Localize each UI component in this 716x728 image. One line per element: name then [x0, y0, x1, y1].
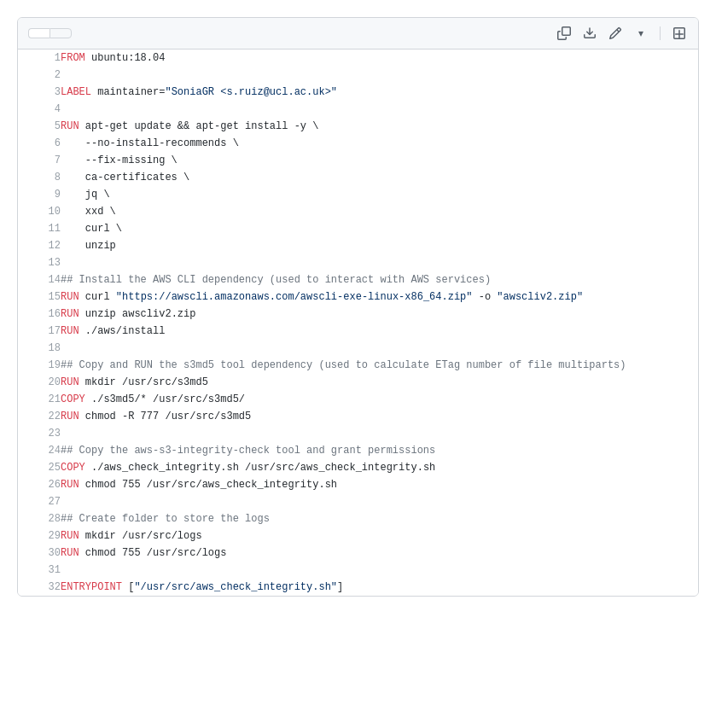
table-row: 7 --fix-missing \ [18, 152, 698, 169]
table-row: 3LABEL maintainer="SoniaGR <s.ruiz@ucl.a… [18, 84, 698, 101]
line-code: RUN curl "https://awscli.amazonaws.com/a… [61, 288, 698, 306]
line-number: 18 [18, 340, 61, 357]
line-code: RUN ./aws/install [61, 323, 698, 340]
line-number: 28 [18, 510, 61, 527]
code-viewer: ▾ 1FROM ubuntu:18.042 3LABEL maintainer=… [17, 17, 699, 597]
table-row: 23 [18, 425, 698, 442]
line-number: 29 [18, 527, 61, 545]
line-number: 13 [18, 254, 61, 271]
line-number: 10 [18, 203, 61, 220]
divider [660, 26, 661, 40]
table-row: 16RUN unzip awscliv2.zip [18, 306, 698, 323]
table-row: 2 [18, 67, 698, 84]
line-code: ## Copy the aws-s3-integrity-check tool … [61, 442, 698, 459]
line-code: ## Copy and RUN the s3md5 tool dependenc… [61, 357, 698, 374]
line-code: RUN chmod -R 777 /usr/src/s3md5 [61, 408, 698, 425]
table-row: 6 --no-install-recommends \ [18, 135, 698, 152]
toolbar: ▾ [18, 18, 698, 50]
line-code: LABEL maintainer="SoniaGR <s.ruiz@ucl.ac… [61, 84, 698, 101]
line-code: COPY ./aws_check_integrity.sh /usr/src/a… [61, 459, 698, 476]
table-row: 31 [18, 562, 698, 579]
toolbar-actions: ▾ [547, 25, 688, 42]
line-code: --fix-missing \ [61, 152, 698, 169]
line-number: 21 [18, 391, 61, 408]
line-code: unzip [61, 237, 698, 254]
line-code [61, 425, 698, 442]
line-number: 15 [18, 288, 61, 306]
line-code: COPY ./s3md5/* /usr/src/s3md5/ [61, 391, 698, 408]
line-number: 32 [18, 579, 61, 596]
table-row: 29RUN mkdir /usr/src/logs [18, 527, 698, 545]
line-number: 31 [18, 562, 61, 579]
line-number: 19 [18, 357, 61, 374]
edit-icon[interactable] [607, 25, 624, 42]
table-row: 19## Copy and RUN the s3md5 tool depende… [18, 357, 698, 374]
table-row: 32ENTRYPOINT ["/usr/src/aws_check_integr… [18, 579, 698, 596]
code-table: 1FROM ubuntu:18.042 3LABEL maintainer="S… [18, 50, 698, 596]
tab-code[interactable] [28, 28, 49, 38]
table-row: 26RUN chmod 755 /usr/src/aws_check_integ… [18, 476, 698, 493]
line-number: 4 [18, 101, 61, 118]
table-row: 22RUN chmod -R 777 /usr/src/s3md5 [18, 408, 698, 425]
line-code [61, 254, 698, 271]
line-code: xxd \ [61, 203, 698, 220]
line-code: FROM ubuntu:18.04 [61, 50, 698, 67]
line-code [61, 493, 698, 510]
line-code: RUN mkdir /usr/src/s3md5 [61, 374, 698, 391]
table-row: 25COPY ./aws_check_integrity.sh /usr/src… [18, 459, 698, 476]
line-number: 25 [18, 459, 61, 476]
code-content: 1FROM ubuntu:18.042 3LABEL maintainer="S… [18, 50, 698, 596]
copy-icon[interactable] [556, 25, 573, 42]
table-row: 5RUN apt-get update && apt-get install -… [18, 118, 698, 135]
tab-blame[interactable] [49, 28, 72, 38]
line-code: ## Install the AWS CLI dependency (used … [61, 271, 698, 288]
table-row: 20RUN mkdir /usr/src/s3md5 [18, 374, 698, 391]
line-code: ca-certificates \ [61, 169, 698, 186]
line-code: RUN unzip awscliv2.zip [61, 306, 698, 323]
line-number: 8 [18, 169, 61, 186]
table-row: 10 xxd \ [18, 203, 698, 220]
line-number: 12 [18, 237, 61, 254]
line-code: RUN chmod 755 /usr/src/aws_check_integri… [61, 476, 698, 493]
line-number: 3 [18, 84, 61, 101]
line-number: 1 [18, 50, 61, 67]
line-code: curl \ [61, 220, 698, 237]
table-row: 17RUN ./aws/install [18, 323, 698, 340]
line-number: 9 [18, 186, 61, 203]
table-row: 15RUN curl "https://awscli.amazonaws.com… [18, 288, 698, 306]
line-code: RUN chmod 755 /usr/src/logs [61, 545, 698, 562]
line-code [61, 67, 698, 84]
line-code: jq \ [61, 186, 698, 203]
table-row: 8 ca-certificates \ [18, 169, 698, 186]
line-number: 16 [18, 306, 61, 323]
line-number: 11 [18, 220, 61, 237]
line-number: 2 [18, 67, 61, 84]
table-row: 24## Copy the aws-s3-integrity-check too… [18, 442, 698, 459]
table-row: 30RUN chmod 755 /usr/src/logs [18, 545, 698, 562]
symbol-icon[interactable] [671, 25, 688, 42]
line-code: ENTRYPOINT ["/usr/src/aws_check_integrit… [61, 579, 698, 596]
table-row: 13 [18, 254, 698, 271]
table-row: 9 jq \ [18, 186, 698, 203]
table-row: 1FROM ubuntu:18.04 [18, 50, 698, 67]
line-number: 26 [18, 476, 61, 493]
line-number: 23 [18, 425, 61, 442]
line-code [61, 101, 698, 118]
line-number: 20 [18, 374, 61, 391]
line-code: RUN apt-get update && apt-get install -y… [61, 118, 698, 135]
tab-group [28, 28, 72, 38]
table-row: 14## Install the AWS CLI dependency (use… [18, 271, 698, 288]
line-number: 5 [18, 118, 61, 135]
chevron-down-icon[interactable]: ▾ [632, 25, 649, 42]
download-icon[interactable] [581, 25, 598, 42]
table-row: 28## Create folder to store the logs [18, 510, 698, 527]
table-row: 12 unzip [18, 237, 698, 254]
line-number: 24 [18, 442, 61, 459]
table-row: 21COPY ./s3md5/* /usr/src/s3md5/ [18, 391, 698, 408]
line-code: ## Create folder to store the logs [61, 510, 698, 527]
table-row: 4 [18, 101, 698, 118]
line-number: 7 [18, 152, 61, 169]
line-number: 14 [18, 271, 61, 288]
line-number: 17 [18, 323, 61, 340]
table-row: 27 [18, 493, 698, 510]
